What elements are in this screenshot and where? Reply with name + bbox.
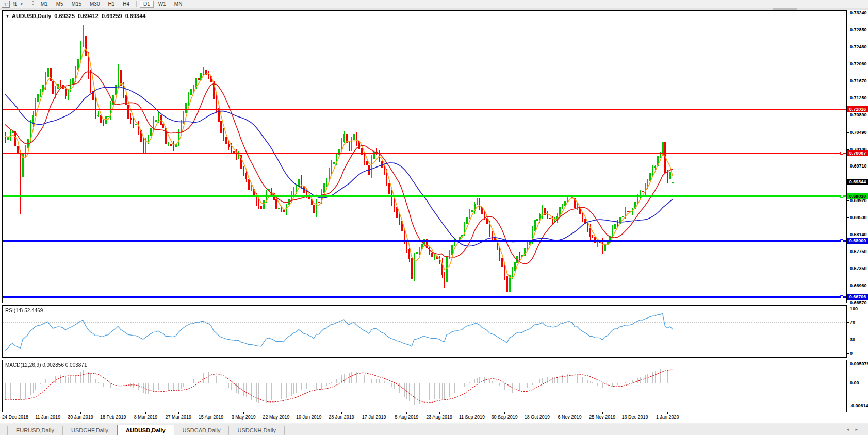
price-tick-mark xyxy=(847,286,849,286)
timeframe-button-m15[interactable]: M15 xyxy=(68,1,85,8)
timeframe-button-w1[interactable]: W1 xyxy=(155,1,170,8)
toolbar-grip-handle[interactable] xyxy=(32,1,34,7)
date-tick-label: 27 Mar 2019 xyxy=(165,414,191,420)
date-tick-label: 30 Jan 2019 xyxy=(68,414,93,420)
tab-scroll-right-icon[interactable]: ▸ xyxy=(855,427,858,432)
rsi-tick-label: 100 xyxy=(850,306,858,311)
tab-usdcad-daily[interactable]: USDCAD,Daily xyxy=(174,426,230,435)
arrows-tool-button[interactable]: ⇅ xyxy=(11,1,19,8)
date-tick-mark xyxy=(374,412,374,414)
toolbar-separator xyxy=(27,1,27,7)
rsi-tick-mark xyxy=(847,309,849,309)
date-tick-label: 24 Dec 2018 xyxy=(2,414,28,420)
timeframe-button-m5[interactable]: M5 xyxy=(53,1,67,8)
price-badge: 0.70007 xyxy=(847,150,868,156)
date-tick-mark xyxy=(211,412,211,414)
price-tick-mark xyxy=(847,269,849,269)
date-tick-label: 1 Jan 2020 xyxy=(656,414,679,420)
price-tick-label: 0.66570 xyxy=(850,300,867,305)
price-badge: 0.68000 xyxy=(847,238,868,244)
date-axis[interactable]: 24 Dec 201811 Jan 201930 Jan 201918 Feb … xyxy=(2,412,847,422)
rsi-tick-label: 30 xyxy=(850,337,855,342)
price-tick-mark xyxy=(847,217,849,218)
date-tick-label: 11 Jan 2019 xyxy=(35,414,60,420)
timeframe-button-mn[interactable]: MN xyxy=(171,1,186,8)
tab-scroll-left-icon[interactable]: ◂ xyxy=(847,427,849,432)
tab-eurusd-daily[interactable]: EURUSD,Daily xyxy=(7,426,63,435)
price-tick-mark xyxy=(847,13,849,13)
timeframe-button-d1[interactable]: D1 xyxy=(140,1,154,8)
price-tick-label: 0.71280 xyxy=(850,95,867,101)
ohlc-close: 0.69344 xyxy=(125,13,146,19)
date-tick-mark xyxy=(80,412,81,414)
price-tick-mark xyxy=(847,81,849,81)
tab-usdcnh-daily[interactable]: USDCNH,Daily xyxy=(229,426,285,435)
rsi-tick-mark xyxy=(847,353,849,354)
price-tick-mark xyxy=(847,64,849,64)
price-axis[interactable]: 0.732400.728500.724600.720600.716700.712… xyxy=(847,10,868,412)
macd-tick-label: 0.005076 xyxy=(850,361,868,366)
date-tick-mark xyxy=(406,412,407,414)
macd-tick-mark xyxy=(847,406,849,406)
price-tick-label: 0.73240 xyxy=(850,10,867,15)
macd-tick-mark xyxy=(847,383,849,383)
macd-label: MACD(12,26,9) 0.002856 0.003871 xyxy=(5,362,87,368)
price-tick-label: 0.67750 xyxy=(850,249,867,254)
date-tick-mark xyxy=(504,412,505,414)
macd-tick-label: -0.006148 xyxy=(850,403,868,408)
price-pane[interactable]: ▼AUDUSD,Daily0.693250.694120.692590.6934… xyxy=(2,10,847,303)
toolbar-separator xyxy=(136,1,137,7)
price-badge: 0.66706 xyxy=(847,294,868,300)
date-tick-label: 10 Jun 2019 xyxy=(296,414,322,420)
timeframe-button-m1[interactable]: M1 xyxy=(37,1,52,8)
timeframe-button-h4[interactable]: H4 xyxy=(119,1,133,8)
date-tick-mark xyxy=(472,412,472,414)
rsi-pane[interactable]: RSI(14) 52.4469 xyxy=(2,305,847,358)
mt4-window: T ⇅ ▾ M1M5M15M30H1H4D1W1MN ▼AUDUSD,Daily… xyxy=(0,0,868,435)
price-tick-label: 0.70890 xyxy=(850,112,867,118)
price-tick-label: 0.68530 xyxy=(850,215,867,220)
date-tick-mark xyxy=(113,412,113,414)
date-tick-mark xyxy=(145,412,146,414)
symbol-label: AUDUSD,Daily xyxy=(12,13,51,19)
date-tick-label: 18 Feb 2019 xyxy=(100,414,126,420)
tool-dropdown-caret-icon[interactable]: ▾ xyxy=(21,2,23,6)
date-tick-mark xyxy=(276,412,276,414)
date-tick-label: 25 Nov 2019 xyxy=(589,414,615,420)
price-tick-mark xyxy=(847,166,849,166)
candlestick-canvas[interactable] xyxy=(3,11,846,303)
timeframe-button-m30[interactable]: M30 xyxy=(86,1,103,8)
date-tick-label: 30 Sep 2019 xyxy=(492,414,518,420)
timeframe-button-h1[interactable]: H1 xyxy=(104,1,118,8)
collapse-caret-icon[interactable]: ▼ xyxy=(6,14,9,18)
date-tick-label: 13 Dec 2019 xyxy=(622,414,648,420)
tab-audusd-daily[interactable]: AUDUSD,Daily xyxy=(117,425,174,435)
rsi-tick-label: 0 xyxy=(850,350,853,356)
price-tick-label: 0.70490 xyxy=(850,130,867,135)
chart-tabs: EURUSD,DailyUSDCHF,DailyAUDUSD,DailyUSDC… xyxy=(0,424,285,435)
date-tick-mark xyxy=(602,412,603,414)
top-toolbar: T ⇅ ▾ M1M5M15M30H1H4D1W1MN xyxy=(0,0,868,8)
date-tick-mark xyxy=(667,412,668,414)
ohlc-high: 0.69412 xyxy=(78,13,99,19)
price-tick-mark xyxy=(847,132,849,133)
price-tick-mark xyxy=(847,235,849,235)
date-tick-mark xyxy=(243,412,244,414)
date-tick-mark xyxy=(439,412,440,414)
rsi-tick-mark xyxy=(847,322,849,323)
text-tool-button[interactable]: T xyxy=(2,1,10,8)
macd-canvas[interactable] xyxy=(3,360,846,412)
price-tick-label: 0.72850 xyxy=(850,27,867,32)
macd-pane[interactable]: MACD(12,26,9) 0.002856 0.003871 xyxy=(2,360,847,412)
date-tick-label: 5 Aug 2019 xyxy=(395,414,419,420)
rsi-tick-label: 70 xyxy=(850,320,855,325)
timeframe-toolbar: M1M5M15M30H1H4D1W1MN xyxy=(37,1,192,8)
tab-usdchf-daily[interactable]: USDCHF,Daily xyxy=(63,426,117,435)
date-tick-mark xyxy=(178,412,179,414)
price-tick-mark xyxy=(847,200,849,201)
date-tick-label: 6 Nov 2019 xyxy=(558,414,582,420)
date-tick-label: 28 Jun 2019 xyxy=(329,414,354,420)
rsi-canvas[interactable] xyxy=(3,306,846,357)
date-tick-label: 17 Jul 2019 xyxy=(362,414,386,420)
price-tick-mark xyxy=(847,47,849,47)
